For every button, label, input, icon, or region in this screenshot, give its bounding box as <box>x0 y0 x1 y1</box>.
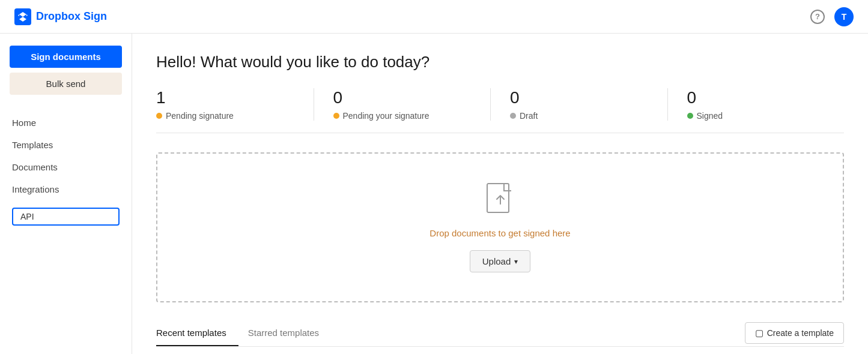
drop-zone[interactable]: Drop documents to get signed here Upload… <box>156 152 844 302</box>
sidebar-item-documents[interactable]: Documents <box>0 156 132 178</box>
dot-orange-pending-yours <box>333 113 339 119</box>
stat-signed: 0 Signed <box>687 88 845 121</box>
sidebar-item-integrations[interactable]: Integrations <box>0 178 132 200</box>
sidebar-nav: Home Templates Documents Integrations <box>0 112 132 200</box>
stat-label-pending-your-signature[interactable]: Pending your signature <box>333 111 472 121</box>
stat-count-draft: 0 <box>510 88 648 107</box>
chevron-down-icon: ▾ <box>514 257 518 266</box>
upload-button-label: Upload <box>482 256 511 266</box>
create-template-button[interactable]: ▢ Create a template <box>745 322 844 344</box>
stat-pending-your-signature: 0 Pending your signature <box>333 88 491 121</box>
sidebar-item-home[interactable]: Home <box>0 112 132 134</box>
templates-section: Recent templates Starred templates ▢ Cre… <box>156 322 844 347</box>
create-template-label: Create a template <box>767 328 834 338</box>
stat-count-pending-signature: 1 <box>156 88 294 107</box>
header-right: ? T <box>810 7 854 26</box>
logo: Dropbox Sign <box>14 8 107 25</box>
stat-link-pending-your-signature[interactable]: Pending your signature <box>343 111 429 121</box>
tab-recent-templates[interactable]: Recent templates <box>156 322 238 346</box>
stat-label-pending-signature[interactable]: Pending signature <box>156 111 294 121</box>
dropbox-sign-icon <box>14 8 31 25</box>
stat-link-draft[interactable]: Draft <box>520 111 538 121</box>
stats-row: 1 Pending signature 0 Pending your signa… <box>156 88 844 133</box>
avatar[interactable]: T <box>834 7 854 26</box>
stat-pending-signature: 1 Pending signature <box>156 88 314 121</box>
dot-green-signed <box>687 113 693 119</box>
stat-link-pending-signature[interactable]: Pending signature <box>166 111 234 121</box>
stat-draft: 0 Draft <box>510 88 668 121</box>
header: Dropbox Sign ? T <box>0 0 868 34</box>
tabs: Recent templates Starred templates <box>156 322 341 346</box>
main-content: Hello! What would you like to do today? … <box>132 34 868 354</box>
sign-documents-button[interactable]: Sign documents <box>10 46 122 68</box>
sidebar-btn-wrap: Sign documents Bulk send <box>0 46 132 95</box>
upload-button[interactable]: Upload ▾ <box>470 250 531 272</box>
sidebar-item-templates[interactable]: Templates <box>0 134 132 156</box>
svg-rect-0 <box>14 8 31 25</box>
stat-label-signed[interactable]: Signed <box>687 111 825 121</box>
tab-starred-templates[interactable]: Starred templates <box>248 322 331 346</box>
help-icon[interactable]: ? <box>810 10 825 24</box>
drop-zone-text: Drop documents to get signed here <box>429 228 570 238</box>
dot-gray-draft <box>510 113 516 119</box>
stat-label-draft[interactable]: Draft <box>510 111 648 121</box>
stat-count-signed: 0 <box>687 88 825 107</box>
sidebar: Sign documents Bulk send Home Templates … <box>0 34 132 354</box>
dot-orange-pending <box>156 113 162 119</box>
api-badge[interactable]: API <box>12 208 120 226</box>
document-plus-icon: ▢ <box>755 328 763 338</box>
logo-text: Dropbox Sign <box>36 10 107 23</box>
stat-link-signed[interactable]: Signed <box>697 111 723 121</box>
bulk-send-button[interactable]: Bulk send <box>10 73 122 95</box>
stat-count-pending-your-signature: 0 <box>333 88 472 107</box>
main-layout: Sign documents Bulk send Home Templates … <box>0 34 868 354</box>
page-title: Hello! What would you like to do today? <box>156 53 844 71</box>
upload-file-icon <box>486 182 515 218</box>
